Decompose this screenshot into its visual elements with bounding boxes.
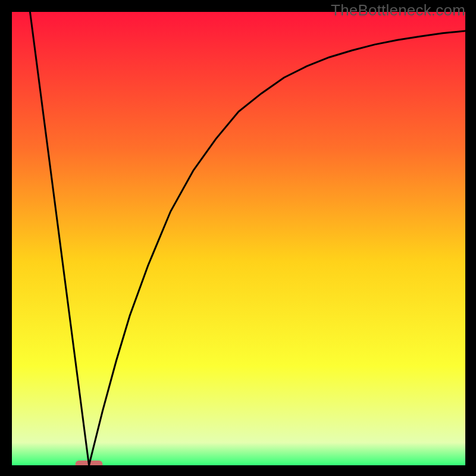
- chart-frame: TheBottleneck.com: [0, 0, 476, 476]
- watermark-text: TheBottleneck.com: [331, 1, 465, 20]
- chart-svg: [12, 12, 465, 465]
- plot-area: [12, 12, 465, 465]
